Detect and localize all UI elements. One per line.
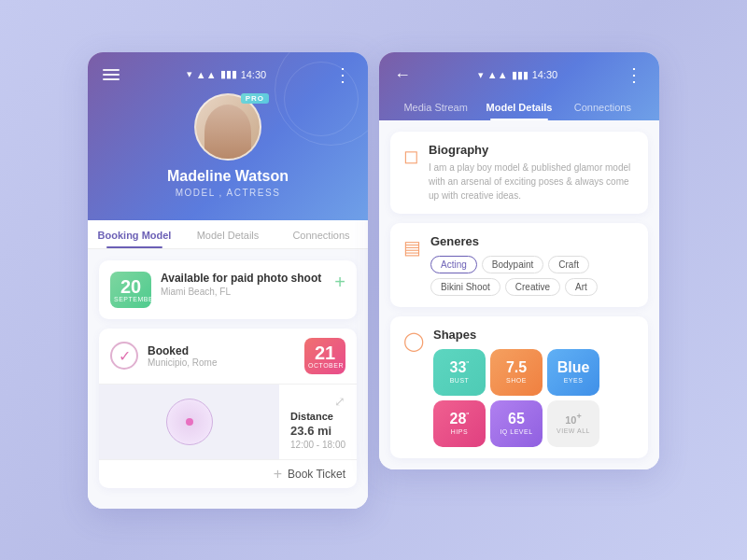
booked-bottom: ⤢ Distance 23.6 mi 12:00 - 18:00 [99,385,357,459]
right-panel: ← ▾ ▲▲ ▮▮▮ 14:30 ⋮ Media Stream Model De… [379,52,659,469]
map-area [99,385,279,459]
tab-media-stream[interactable]: Media Stream [394,94,477,120]
genres-card: ▤ Generes Acting Bodypaint Craft Bikini … [390,223,648,307]
booking-title: Available for paid photo shoot [161,272,325,285]
right-more-menu-button[interactable]: ⋮ [625,65,644,84]
left-header: ▾ ▲▲ ▮▮▮ 14:30 ⋮ PRO Madeline Watson MOD… [88,52,368,220]
shape-iq-label: IQ LEVEL [500,428,532,435]
shape-hips-val: 28" [450,412,470,427]
shape-iq-val: 65 [508,412,525,427]
book-ticket-button[interactable]: Book Ticket [288,468,345,481]
right-status-bar: ▾ ▲▲ ▮▮▮ 14:30 [478,69,557,81]
tab-connections[interactable]: Connections [275,220,368,248]
tab-model-details-right[interactable]: Model Details [477,94,560,120]
booked-day: 21 [308,343,342,362]
genres-icon: ▤ [403,236,421,259]
shapes-title: Shapes [433,328,635,342]
booking-card: 20 SEPTEMBER Available for paid photo sh… [99,260,357,319]
distance-label: Distance [290,411,345,422]
booking-info: Available for paid photo shoot Miami Bea… [161,272,325,297]
menu-icon[interactable] [103,69,120,80]
hamburger-line [103,78,120,80]
book-ticket-plus-icon: + [274,466,282,483]
booked-month: OCTOBER [308,362,342,369]
booked-top: ✓ Booked Municipio, Rome 21 OCTOBER [99,329,357,385]
wifi-icon: ▾ [187,68,192,80]
shapes-body: Shapes 33" BUST 7.5 SHOE Blue EYES [433,328,635,447]
battery-icon: ▮▮▮ [512,69,529,81]
shape-bust[interactable]: 33" BUST [433,349,486,396]
booked-card: ✓ Booked Municipio, Rome 21 OCTOBER [99,329,357,488]
signal-icon: ▲▲ [196,69,217,80]
time-display: 14:30 [532,69,558,80]
booking-location: Miami Beach, FL [161,287,325,297]
shape-hips-label: HIPS [451,428,468,435]
left-panel: ▾ ▲▲ ▮▮▮ 14:30 ⋮ PRO Madeline Watson MOD… [88,52,368,509]
shape-view-all-label: View All [557,427,590,434]
shape-view-all-val: 10+ [565,413,582,426]
shape-shoe-val: 7.5 [506,360,527,375]
back-button[interactable]: ← [394,65,411,85]
distance-value: 23.6 mi [290,424,345,438]
wifi-icon: ▾ [478,69,484,81]
booked-date-badge: 21 OCTOBER [304,338,345,374]
right-topbar: ← ▾ ▲▲ ▮▮▮ 14:30 ⋮ [394,65,644,85]
biography-card: ◻ Biography I am a play boy model & publ… [390,132,648,214]
genre-tag-creative[interactable]: Creative [505,278,560,296]
right-header: ← ▾ ▲▲ ▮▮▮ 14:30 ⋮ Media Stream Model De… [379,52,659,120]
distance-area: ⤢ Distance 23.6 mi 12:00 - 18:00 [279,385,357,459]
signal-icon: ▲▲ [487,69,508,80]
right-content: ◻ Biography I am a play boy model & publ… [379,120,659,469]
map-dot [186,418,193,426]
shapes-grid: 33" BUST 7.5 SHOE Blue EYES 28" [433,349,635,447]
genre-tag-bodypaint[interactable]: Bodypaint [482,256,543,273]
profile-name: Madeline Watson [167,168,289,185]
hamburger-line [103,69,120,71]
shape-iq[interactable]: 65 IQ LEVEL [490,400,543,447]
shape-bust-label: BUST [450,377,470,384]
tab-booking-model[interactable]: Booking Model [88,220,181,248]
expand-icon[interactable]: ⤢ [334,394,345,409]
pro-badge: PRO [241,93,269,104]
shape-view-all[interactable]: 10+ View All [547,400,599,447]
shape-shoe[interactable]: 7.5 SHOE [490,349,543,396]
shape-hips[interactable]: 28" HIPS [433,400,486,447]
more-menu-button[interactable]: ⋮ [333,65,353,84]
biography-title: Biography [429,143,635,157]
profile-section: PRO Madeline Watson MODEL , ACTRESS [103,93,353,207]
booking-add-button[interactable]: + [334,272,345,293]
battery-icon: ▮▮▮ [220,68,237,80]
genre-tag-art[interactable]: Art [565,278,598,296]
booked-info: Booked Municipio, Rome [148,344,295,368]
booking-day: 20 [114,277,148,296]
biography-icon: ◻ [403,145,419,167]
tab-connections-right[interactable]: Connections [561,94,644,120]
avatar-wrapper: PRO [194,93,261,161]
shape-eyes-val: Blue [557,360,590,375]
genre-tag-acting[interactable]: Acting [430,256,477,273]
right-tab-bar: Media Stream Model Details Connections [394,94,644,120]
shape-shoe-label: SHOE [506,377,527,384]
booking-month: SEPTEMBER [114,296,148,302]
genre-tag-craft[interactable]: Craft [548,256,589,273]
distance-time: 12:00 - 18:00 [290,440,345,450]
hamburger-line [103,74,120,76]
biography-body: Biography I am a play boy model & publis… [429,143,635,203]
shapes-card: ◯ Shapes 33" BUST 7.5 SHOE Blue [390,316,648,458]
shape-eyes[interactable]: Blue EYES [547,349,599,396]
avatar-silhouette [204,105,251,159]
profile-title: MODEL , ACTRESS [176,188,281,198]
tab-model-details[interactable]: Model Details [181,220,275,248]
time-display: 14:30 [241,69,267,80]
biography-text: I am a play boy model & published glamor… [429,161,635,203]
book-ticket-row: + Book Ticket [99,459,357,488]
left-topbar: ▾ ▲▲ ▮▮▮ 14:30 ⋮ [103,65,353,84]
shape-eyes-label: EYES [564,377,584,384]
left-content: 20 SEPTEMBER Available for paid photo sh… [88,249,368,509]
shapes-icon: ◯ [403,329,424,352]
genres-title: Generes [430,234,635,248]
booking-date-badge: 20 SEPTEMBER [110,272,151,308]
left-tab-bar: Booking Model Model Details Connections [88,220,368,249]
genres-tags: Acting Bodypaint Craft Bikini Shoot Crea… [430,256,635,296]
genre-tag-bikini-shoot[interactable]: Bikini Shoot [430,278,500,296]
